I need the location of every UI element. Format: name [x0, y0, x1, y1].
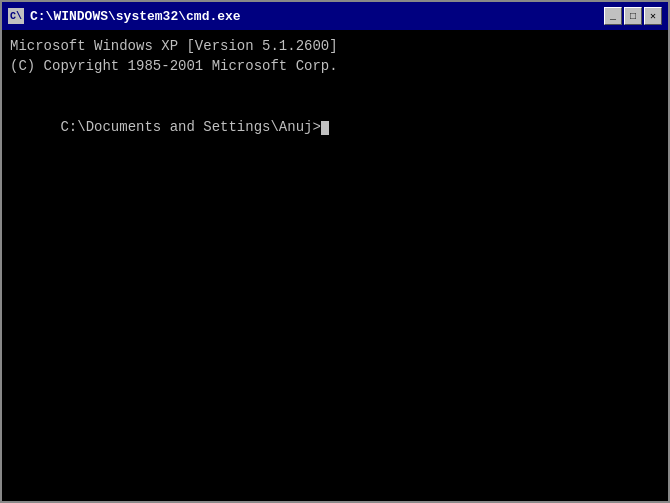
minimize-button[interactable]: _: [604, 7, 622, 25]
close-button[interactable]: ✕: [644, 7, 662, 25]
console-prompt: C:\Documents and Settings\Anuj>: [10, 97, 660, 158]
cmd-window: C\ C:\WINDOWS\system32\cmd.exe _ □ ✕ Mic…: [0, 0, 670, 503]
title-bar: C\ C:\WINDOWS\system32\cmd.exe _ □ ✕: [2, 2, 668, 30]
console-line-1: Microsoft Windows XP [Version 5.1.2600]: [10, 36, 660, 56]
window-title: C:\WINDOWS\system32\cmd.exe: [30, 9, 598, 24]
maximize-button[interactable]: □: [624, 7, 642, 25]
window-controls: _ □ ✕: [604, 7, 662, 25]
console-output[interactable]: Microsoft Windows XP [Version 5.1.2600] …: [2, 30, 668, 501]
window-icon: C\: [8, 8, 24, 24]
console-line-2: (C) Copyright 1985-2001 Microsoft Corp.: [10, 56, 660, 76]
console-line-3: [10, 77, 660, 97]
cursor-block: [321, 121, 329, 135]
